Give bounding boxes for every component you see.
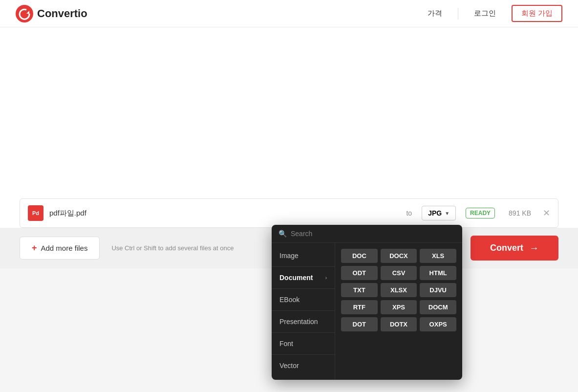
signup-button[interactable]: 회원 가입 — [512, 5, 562, 22]
search-bar: 🔍 — [272, 225, 462, 243]
format-tag-oxps[interactable]: OXPS — [420, 317, 456, 331]
search-icon: 🔍 — [278, 230, 287, 238]
status-badge: READY — [466, 208, 495, 218]
category-item-document[interactable]: Document › — [272, 269, 335, 286]
file-row: Pd pdf파일.pdf to JPG ▼ READY 891 KB ✕ — [20, 198, 558, 228]
category-divider-5 — [272, 354, 335, 355]
format-tag-xls[interactable]: XLS — [420, 249, 456, 263]
nav-divider — [458, 8, 458, 20]
search-input[interactable] — [291, 230, 455, 238]
category-divider-2 — [272, 288, 335, 289]
file-name: pdf파일.pdf — [49, 209, 396, 218]
add-files-label: Add more files — [41, 244, 88, 252]
format-tag-rtf[interactable]: RTF — [341, 300, 378, 314]
format-grid: DOCDOCXXLSODTCSVHTMLTXTXLSXDJVURTFXPSDOC… — [335, 243, 462, 380]
add-files-button[interactable]: + Add more files — [20, 237, 100, 260]
format-tag-djvu[interactable]: DJVU — [420, 283, 456, 297]
format-tag-odt[interactable]: ODT — [341, 266, 378, 280]
format-tag-docm[interactable]: DOCM — [420, 300, 456, 314]
file-type-icon: Pd — [28, 205, 43, 221]
logo[interactable]: Convertio — [16, 5, 87, 22]
category-item-font[interactable]: Font — [272, 335, 335, 352]
to-label: to — [406, 209, 412, 217]
format-tag-csv[interactable]: CSV — [381, 266, 417, 280]
category-divider-4 — [272, 332, 335, 333]
logo-icon — [16, 5, 33, 22]
arrow-right-icon: → — [529, 242, 539, 254]
format-selector-button[interactable]: JPG ▼ — [422, 206, 456, 220]
convert-label: Convert — [490, 243, 523, 253]
nav-login[interactable]: 로그인 — [474, 9, 496, 18]
format-tag-xlsx[interactable]: XLSX — [381, 283, 417, 297]
nav-right: 가격 로그인 회원 가입 — [428, 5, 562, 22]
format-tag-xps[interactable]: XPS — [381, 300, 417, 314]
category-divider — [272, 266, 335, 267]
nav-price[interactable]: 가격 — [428, 9, 442, 18]
chevron-down-icon: ▼ — [445, 211, 450, 216]
category-divider-3 — [272, 310, 335, 311]
category-item-ebook[interactable]: EBook — [272, 291, 335, 308]
format-tag-doc[interactable]: DOC — [341, 249, 378, 263]
category-list: Image Document › EBook Presentation Font… — [272, 243, 335, 380]
category-item-vector[interactable]: Vector — [272, 357, 335, 374]
logo-text: Convertio — [37, 7, 87, 20]
format-tag-html[interactable]: HTML — [420, 266, 456, 280]
format-tag-docx[interactable]: DOCX — [381, 249, 417, 263]
chevron-right-icon: › — [325, 275, 327, 281]
format-selected-label: JPG — [428, 209, 442, 217]
convert-button[interactable]: Convert → — [471, 236, 558, 261]
format-tag-dot[interactable]: DOT — [341, 317, 378, 331]
category-item-presentation[interactable]: Presentation — [272, 313, 335, 330]
file-size: 891 KB — [509, 209, 531, 217]
format-tag-dotx[interactable]: DOTX — [381, 317, 417, 331]
close-button[interactable]: ✕ — [543, 208, 550, 218]
category-item-image[interactable]: Image — [272, 247, 335, 264]
format-tag-txt[interactable]: TXT — [341, 283, 378, 297]
format-dropdown: 🔍 Image Document › EBook Presentation Fo… — [272, 225, 462, 380]
dropdown-body: Image Document › EBook Presentation Font… — [272, 243, 462, 380]
file-area: Pd pdf파일.pdf to JPG ▼ READY 891 KB ✕ — [0, 198, 578, 228]
plus-icon: + — [32, 243, 37, 253]
main-page — [0, 27, 578, 198]
header: Convertio 가격 로그인 회원 가입 — [0, 0, 578, 27]
